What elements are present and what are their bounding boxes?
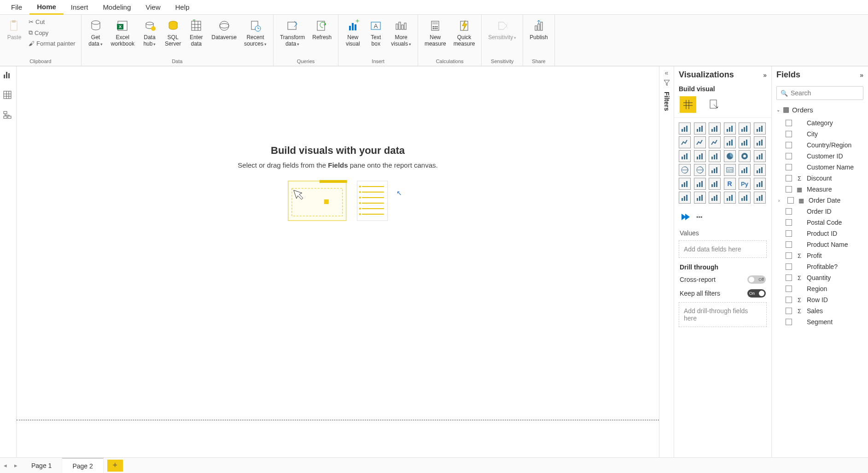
field-row-id[interactable]: ΣRow ID	[772, 294, 868, 305]
more-visuals-button[interactable]: More visuals	[387, 17, 415, 49]
viz-decomp-icon[interactable]	[679, 192, 691, 204]
recent-sources-button[interactable]: Recent sources	[240, 17, 270, 49]
viz-table-icon[interactable]	[694, 178, 706, 190]
new-measure-button[interactable]: New measure	[421, 17, 450, 49]
fields-search[interactable]: 🔍	[776, 86, 863, 100]
format-visual-tab[interactable]	[705, 96, 722, 113]
viz-pie-icon[interactable]	[724, 150, 736, 162]
viz-stacked-area-icon[interactable]	[709, 136, 721, 148]
viz-scatter-icon[interactable]	[709, 150, 721, 162]
table-orders-header[interactable]: ⌄ ▦ Orders	[772, 103, 868, 117]
drillthrough-dropzone[interactable]: Add drill-through fields here	[679, 302, 767, 327]
menu-insert[interactable]: Insert	[64, 0, 96, 14]
add-page-button[interactable]: +	[107, 460, 123, 472]
field-checkbox[interactable]	[787, 197, 794, 204]
viz-r-visual-icon[interactable]: R	[724, 178, 736, 190]
tab-page-2[interactable]: Page 2	[62, 458, 103, 473]
menu-view[interactable]: View	[138, 0, 168, 14]
viz-power-apps-icon[interactable]	[754, 192, 766, 204]
field-checkbox[interactable]	[786, 263, 792, 270]
tab-page-1[interactable]: Page 1	[21, 458, 62, 473]
menu-file[interactable]: File	[4, 0, 29, 14]
report-view-icon[interactable]	[3, 70, 14, 81]
menu-home[interactable]: Home	[29, 0, 64, 15]
field-postal-code[interactable]: Postal Code	[772, 217, 868, 228]
field-checkbox[interactable]	[786, 120, 792, 126]
field-product-id[interactable]: Product ID	[772, 228, 868, 239]
viz-treemap-icon[interactable]	[754, 150, 766, 162]
cut-button[interactable]: ✂Cut	[28, 18, 76, 26]
viz-multi-card-icon[interactable]	[739, 164, 751, 176]
refresh-button[interactable]: Refresh	[309, 17, 335, 42]
viz-clustered-column-icon[interactable]	[724, 123, 736, 134]
quick-measure-button[interactable]: Quick measure	[450, 17, 479, 49]
field-measure[interactable]: ▦Measure	[772, 184, 868, 195]
enter-data-button[interactable]: + Enter data	[185, 17, 208, 49]
viz-slicer-icon[interactable]	[679, 178, 691, 190]
viz-key-influencers-icon[interactable]	[754, 178, 766, 190]
data-view-icon[interactable]	[3, 90, 14, 101]
excel-workbook-button[interactable]: X Excel workbook	[107, 17, 138, 49]
viz-line-icon[interactable]	[679, 136, 691, 148]
get-data-button[interactable]: Get data	[84, 17, 107, 49]
viz-kpi-icon[interactable]	[754, 164, 766, 176]
menu-modeling[interactable]: Modeling	[95, 0, 138, 14]
field-checkbox[interactable]	[786, 142, 792, 148]
field-checkbox[interactable]	[786, 186, 792, 193]
text-box-button[interactable]: A Text box	[364, 17, 387, 49]
field-checkbox[interactable]	[786, 274, 792, 281]
field-profit[interactable]: ΣProfit	[772, 250, 868, 261]
sql-server-button[interactable]: SQL Server	[161, 17, 185, 49]
field-profitable-[interactable]: Profitable?	[772, 261, 868, 272]
field-quantity[interactable]: ΣQuantity	[772, 272, 868, 283]
viz-100-bar-icon[interactable]	[739, 123, 751, 134]
field-checkbox[interactable]	[786, 252, 792, 259]
transform-data-button[interactable]: Transform data	[276, 17, 309, 49]
viz-qna-icon[interactable]	[694, 192, 706, 204]
viz-py-visual-icon[interactable]: Py	[739, 178, 751, 190]
data-hub-button[interactable]: Data hub	[138, 17, 161, 49]
field-order-id[interactable]: Order ID	[772, 206, 868, 217]
field-customer-id[interactable]: Customer ID	[772, 151, 868, 162]
viz-waterfall-icon[interactable]	[679, 150, 691, 162]
viz-donut-icon[interactable]	[739, 150, 751, 162]
field-checkbox[interactable]	[786, 230, 792, 237]
build-visual-tab[interactable]	[680, 96, 696, 113]
viz-power-automate-icon[interactable]	[680, 211, 692, 223]
field-sales[interactable]: ΣSales	[772, 305, 868, 316]
field-checkbox[interactable]	[786, 219, 792, 226]
viz-matrix-icon[interactable]	[709, 178, 721, 190]
dataverse-button[interactable]: Dataverse	[208, 17, 240, 42]
prev-page-icon[interactable]: ◂	[0, 462, 11, 469]
viz-ribbon-icon[interactable]	[754, 136, 766, 148]
field-segment[interactable]: Segment	[772, 316, 868, 327]
field-checkbox[interactable]	[786, 131, 792, 137]
viz-narrative-icon[interactable]	[709, 192, 721, 204]
field-checkbox[interactable]	[786, 286, 792, 292]
cross-report-toggle[interactable]: Off	[747, 275, 766, 284]
viz-card-icon[interactable]: 123	[724, 164, 736, 176]
viz-paginated-icon[interactable]	[724, 192, 736, 204]
field-customer-name[interactable]: Customer Name	[772, 162, 868, 173]
viz-map-icon[interactable]	[679, 164, 691, 176]
field-discount[interactable]: ΣDiscount	[772, 173, 868, 184]
expand-filters-icon[interactable]: «	[665, 69, 669, 76]
field-product-name[interactable]: Product Name	[772, 239, 868, 250]
viz-arcgis-icon[interactable]	[709, 164, 721, 176]
publish-button[interactable]: Publish	[526, 17, 551, 42]
field-city[interactable]: City	[772, 128, 868, 140]
viz-100-column-icon[interactable]	[754, 123, 766, 134]
copy-button[interactable]: ⧉Copy	[28, 28, 76, 37]
field-checkbox[interactable]	[786, 241, 792, 248]
viz-power-automate-icon[interactable]	[739, 192, 751, 204]
viz-line-column-icon[interactable]	[724, 136, 736, 148]
viz-filled-map-icon[interactable]	[694, 164, 706, 176]
field-checkbox[interactable]	[786, 153, 792, 159]
more-viz-icon[interactable]: •••	[696, 214, 703, 221]
viz-stacked-bar-icon[interactable]	[679, 123, 691, 134]
model-view-icon[interactable]	[3, 111, 14, 122]
field-checkbox[interactable]	[786, 297, 792, 303]
field-checkbox[interactable]	[786, 164, 792, 170]
next-page-icon[interactable]: ▸	[11, 462, 21, 469]
viz-clustered-bar-icon[interactable]	[709, 123, 721, 134]
